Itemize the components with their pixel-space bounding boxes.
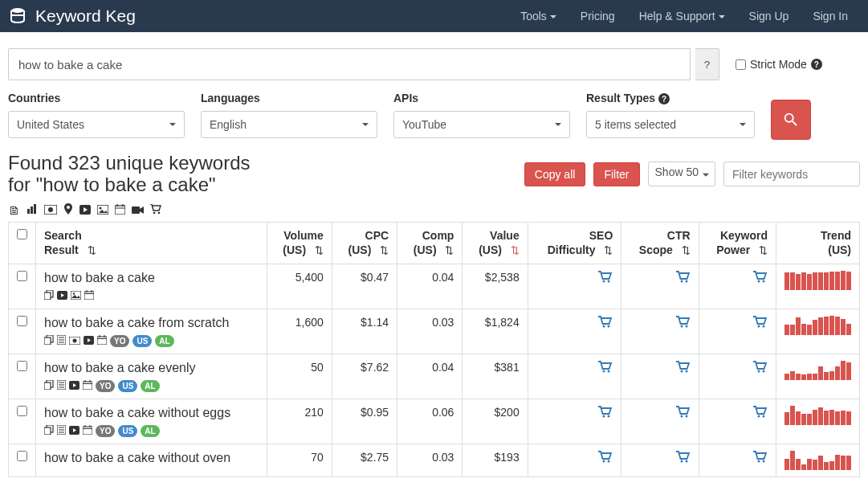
cart-icon[interactable]	[676, 361, 691, 375]
col-ctr[interactable]: CTRScope ⇅	[621, 223, 699, 264]
volume-cell: 70	[267, 444, 332, 477]
sort-icon[interactable]: ⇅	[604, 244, 613, 257]
cart-icon[interactable]	[598, 271, 613, 285]
filter-keywords-input[interactable]	[723, 162, 860, 186]
svg-point-90	[758, 460, 760, 463]
countries-select[interactable]: United States	[8, 111, 185, 138]
money-icon[interactable]	[69, 336, 80, 347]
cart-icon[interactable]	[676, 451, 691, 465]
cart-icon[interactable]	[676, 271, 691, 285]
sort-icon[interactable]: ⇅	[315, 244, 324, 257]
search-button[interactable]	[771, 100, 811, 140]
nav-pricing[interactable]: Pricing	[568, 2, 627, 31]
cart-icon[interactable]	[753, 316, 768, 330]
cart-icon[interactable]	[150, 203, 161, 217]
calendar-icon[interactable]	[83, 425, 92, 437]
cart-icon[interactable]	[598, 361, 613, 375]
doc-icon[interactable]	[57, 335, 66, 347]
cart-icon[interactable]	[753, 406, 768, 420]
svg-point-47	[608, 325, 610, 328]
languages-select[interactable]: English	[201, 111, 377, 138]
strict-mode-checkbox[interactable]	[736, 59, 746, 70]
comp-cell: 0.03	[397, 309, 463, 354]
badge-yo: YO	[96, 425, 115, 437]
show-count-select[interactable]: Show 50	[648, 162, 715, 186]
doc-icon[interactable]	[57, 380, 66, 392]
help-button[interactable]: ?	[695, 48, 719, 80]
row-checkbox[interactable]	[17, 451, 27, 461]
row-checkbox[interactable]	[17, 361, 27, 371]
calendar-icon[interactable]	[83, 380, 92, 392]
video-icon[interactable]	[69, 426, 79, 437]
copy-icon[interactable]	[44, 425, 54, 437]
nav-help[interactable]: Help & Support	[627, 2, 737, 31]
cart-icon[interactable]	[753, 451, 768, 465]
sort-icon-active[interactable]: ⇅	[511, 244, 520, 257]
svg-rect-9	[97, 205, 108, 215]
col-value[interactable]: Value(US) ⇅	[463, 223, 528, 264]
svg-point-84	[758, 415, 760, 418]
cart-icon[interactable]	[676, 316, 691, 330]
col-search-result[interactable]: SearchResult ⇅	[36, 223, 267, 264]
cart-icon[interactable]	[753, 361, 768, 375]
svg-point-64	[608, 370, 610, 373]
camera-icon[interactable]	[132, 203, 144, 217]
copy-icon[interactable]	[44, 335, 54, 347]
cart-icon[interactable]	[598, 406, 613, 420]
sort-icon[interactable]: ⇅	[380, 244, 389, 257]
image-icon[interactable]	[71, 291, 81, 302]
nav-tools[interactable]: Tools	[508, 2, 568, 31]
image-icon[interactable]	[97, 203, 108, 217]
nav-signin[interactable]: Sign In	[801, 2, 860, 31]
svg-point-50	[758, 325, 760, 328]
doc-icon[interactable]	[57, 425, 66, 437]
caret-icon	[169, 123, 176, 126]
open-filter-button[interactable]: Filter	[593, 162, 639, 186]
row-checkbox[interactable]	[17, 271, 27, 281]
result-types-help-icon[interactable]: ?	[658, 93, 670, 104]
copy-icon[interactable]	[44, 290, 54, 302]
cpc-cell: $7.62	[332, 354, 397, 399]
nav-signup[interactable]: Sign Up	[737, 2, 801, 31]
chart-icon[interactable]	[26, 203, 38, 217]
col-trend[interactable]: Trend(US)	[776, 223, 860, 264]
cart-icon[interactable]	[753, 271, 768, 285]
brand-logo[interactable]: Keyword Keg	[8, 6, 136, 26]
value-cell: $2,538	[463, 264, 528, 309]
svg-rect-59	[83, 382, 92, 390]
cart-icon[interactable]	[676, 406, 691, 420]
col-comp[interactable]: Comp(US) ⇅	[397, 223, 463, 264]
copy-icon[interactable]	[44, 380, 54, 392]
sort-icon[interactable]: ⇅	[88, 244, 96, 257]
copy-all-button[interactable]: Copy all	[524, 162, 586, 186]
play-icon[interactable]	[79, 203, 91, 217]
col-keyword-power[interactable]: KeywordPower ⇅	[699, 223, 776, 264]
row-checkbox[interactable]	[17, 316, 27, 326]
col-cpc[interactable]: CPC(US) ⇅	[332, 223, 397, 264]
table-row: how to bake a cake5,400$0.470.04$2,538	[9, 264, 860, 309]
calendar-icon[interactable]	[115, 203, 125, 217]
volume-cell: 210	[267, 399, 332, 444]
video-icon[interactable]	[57, 291, 67, 302]
cart-icon[interactable]	[598, 316, 613, 330]
money-icon[interactable]	[44, 203, 57, 217]
calendar-icon[interactable]	[97, 335, 107, 347]
row-checkbox[interactable]	[17, 406, 27, 416]
select-all-checkbox[interactable]	[17, 229, 27, 239]
video-icon[interactable]	[69, 381, 79, 392]
video-icon[interactable]	[84, 336, 94, 347]
pin-icon[interactable]	[63, 203, 73, 217]
col-seo[interactable]: SEODifficulty ⇅	[528, 223, 621, 264]
strict-mode-help-icon[interactable]: ?	[811, 59, 822, 70]
keyword-input[interactable]	[8, 48, 691, 80]
sort-icon[interactable]: ⇅	[759, 244, 768, 257]
col-volume[interactable]: Volume(US) ⇅	[267, 223, 332, 264]
calendar-icon[interactable]	[84, 290, 94, 302]
result-types-select[interactable]: 5 items selected	[586, 111, 755, 138]
sort-icon[interactable]: ⇅	[682, 244, 691, 257]
cart-icon[interactable]	[598, 451, 613, 465]
apis-select[interactable]: YouTube	[393, 111, 570, 138]
doc-icon[interactable]: 🗎	[8, 203, 20, 217]
sort-icon[interactable]: ⇅	[445, 244, 454, 257]
svg-point-6	[48, 207, 53, 212]
